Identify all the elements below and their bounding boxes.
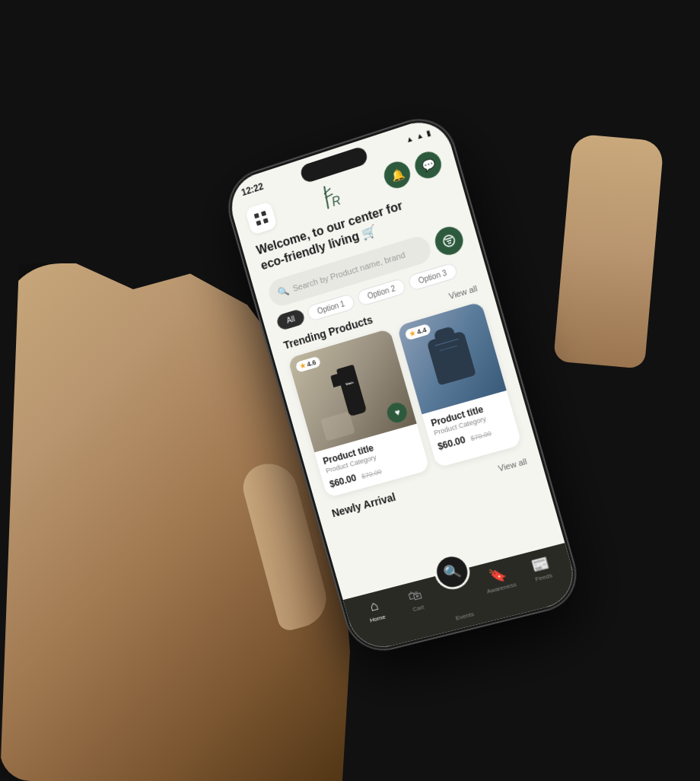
nav-home-label: Home [369,614,387,624]
nav-cart-label: Cart [412,604,425,613]
nav-home[interactable]: ⌂ Home [352,594,399,627]
signal-icon: ▲ [405,133,415,144]
product-old-price-2: $70.00 [469,429,492,442]
menu-button[interactable] [245,201,278,235]
pill-option1[interactable]: Option 1 [306,292,356,321]
pill-all[interactable]: All [275,308,306,330]
menu-grid-icon [254,211,269,226]
svg-line-7 [448,242,451,243]
awareness-icon: 🔖 [487,565,508,585]
pill-option2[interactable]: Option 2 [356,277,407,307]
chat-button[interactable]: 💬 [412,148,444,182]
search-fab-icon: 🔍 [442,562,463,582]
nav-feeds[interactable]: 📰 Feeds [517,551,566,586]
home-icon: ⌂ [368,598,380,615]
battery-icon: ▮ [425,128,432,138]
star-icon-1: ★ [299,361,307,370]
header-actions: 🔔 💬 [381,148,444,192]
svg-line-6 [444,237,452,240]
rating-value-2: 4.4 [416,326,428,336]
svg-line-5 [447,240,451,241]
cart-icon: 🛍 [406,587,424,605]
feeds-icon: 📰 [530,554,551,575]
wifi-icon: ▲ [415,130,425,141]
notification-button[interactable]: 🔔 [381,158,413,191]
logo-icon: R [310,177,348,215]
chat-icon: 💬 [420,157,436,173]
product-price-2: $60.00 [437,434,466,451]
nav-awareness[interactable]: 🔖 Awareness [475,562,523,597]
search-icon: 🔍 [276,285,290,298]
product-old-price-1: $70.00 [361,467,383,480]
filter-icon [441,233,457,248]
logo-area: R [310,177,348,215]
trending-view-all[interactable]: View all [447,283,478,301]
newly-arrival-title: Newly Arrival [330,490,397,519]
pill-option3[interactable]: Option 3 [407,262,459,292]
scene: 12:22 ▲ ▲ ▮ [0,0,700,781]
nav-cart[interactable]: 🛍 Cart [392,583,440,617]
filter-button[interactable] [432,223,466,258]
newly-arrival-view-all[interactable]: View all [497,456,528,473]
product-price-1: $60.00 [329,472,358,489]
star-icon-2: ★ [409,329,416,338]
rating-value-1: 4.6 [306,358,317,368]
svg-text:R: R [330,193,342,209]
bell-icon: 🔔 [390,167,406,183]
